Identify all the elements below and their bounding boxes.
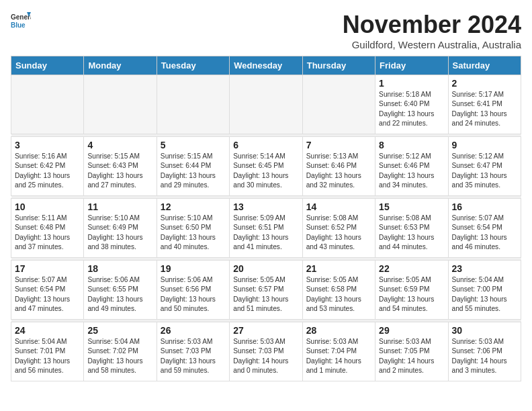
- day-detail: Sunrise: 5:10 AM Sunset: 6:50 PM Dayligh…: [161, 214, 226, 252]
- day-detail: Sunrise: 5:17 AM Sunset: 6:41 PM Dayligh…: [452, 90, 517, 128]
- calendar-cell: 9Sunrise: 5:12 AM Sunset: 6:47 PM Daylig…: [448, 137, 521, 196]
- logo: GeneralBlue: [11, 11, 31, 31]
- day-detail: Sunrise: 5:16 AM Sunset: 6:42 PM Dayligh…: [15, 152, 80, 190]
- calendar-cell: [302, 75, 375, 134]
- day-number: 7: [306, 140, 371, 150]
- calendar-cell: 10Sunrise: 5:11 AM Sunset: 6:48 PM Dayli…: [11, 199, 84, 258]
- svg-text:Blue: Blue: [11, 21, 26, 29]
- weekday-header-thursday: Thursday: [302, 56, 375, 75]
- calendar-cell: 17Sunrise: 5:07 AM Sunset: 6:54 PM Dayli…: [11, 261, 84, 320]
- calendar-cell: 16Sunrise: 5:07 AM Sunset: 6:54 PM Dayli…: [448, 199, 521, 258]
- calendar-cell: [11, 75, 84, 134]
- calendar-cell: 13Sunrise: 5:09 AM Sunset: 6:51 PM Dayli…: [230, 199, 302, 258]
- calendar-cell: 6Sunrise: 5:14 AM Sunset: 6:45 PM Daylig…: [230, 137, 302, 196]
- day-number: 11: [87, 201, 152, 212]
- calendar-cell: 28Sunrise: 5:03 AM Sunset: 7:04 PM Dayli…: [302, 322, 375, 381]
- day-detail: Sunrise: 5:15 AM Sunset: 6:44 PM Dayligh…: [161, 152, 226, 190]
- calendar: SundayMondayTuesdayWednesdayThursdayFrid…: [11, 56, 521, 381]
- day-number: 27: [233, 325, 298, 336]
- calendar-cell: 22Sunrise: 5:05 AM Sunset: 6:59 PM Dayli…: [375, 261, 448, 320]
- calendar-cell: [84, 75, 157, 134]
- logo-icon: GeneralBlue: [11, 11, 31, 31]
- calendar-cell: 15Sunrise: 5:08 AM Sunset: 6:53 PM Dayli…: [375, 199, 448, 258]
- day-number: 30: [452, 325, 517, 336]
- day-detail: Sunrise: 5:08 AM Sunset: 6:52 PM Dayligh…: [306, 214, 371, 252]
- weekday-header-tuesday: Tuesday: [157, 56, 229, 75]
- day-number: 28: [306, 325, 371, 336]
- title-section: November 2024 Guildford, Western Austral…: [343, 11, 521, 50]
- calendar-cell: 26Sunrise: 5:03 AM Sunset: 7:03 PM Dayli…: [157, 322, 229, 381]
- day-number: 18: [87, 263, 152, 274]
- day-number: 6: [233, 140, 298, 150]
- day-detail: Sunrise: 5:13 AM Sunset: 6:46 PM Dayligh…: [306, 152, 371, 190]
- weekday-header-row: SundayMondayTuesdayWednesdayThursdayFrid…: [11, 56, 521, 75]
- calendar-cell: 19Sunrise: 5:06 AM Sunset: 6:56 PM Dayli…: [157, 261, 229, 320]
- day-detail: Sunrise: 5:03 AM Sunset: 7:06 PM Dayligh…: [452, 337, 517, 375]
- calendar-week-row: 10Sunrise: 5:11 AM Sunset: 6:48 PM Dayli…: [11, 199, 521, 258]
- calendar-week-row: 17Sunrise: 5:07 AM Sunset: 6:54 PM Dayli…: [11, 261, 521, 320]
- day-number: 23: [452, 263, 517, 274]
- day-detail: Sunrise: 5:04 AM Sunset: 7:00 PM Dayligh…: [452, 275, 517, 314]
- day-number: 21: [306, 263, 371, 274]
- calendar-week-row: 24Sunrise: 5:04 AM Sunset: 7:01 PM Dayli…: [11, 322, 521, 381]
- day-number: 5: [161, 140, 226, 150]
- day-number: 10: [15, 201, 80, 212]
- day-number: 24: [15, 325, 80, 336]
- calendar-cell: 1Sunrise: 5:18 AM Sunset: 6:40 PM Daylig…: [375, 75, 448, 134]
- calendar-cell: 30Sunrise: 5:03 AM Sunset: 7:06 PM Dayli…: [448, 322, 521, 381]
- month-title: November 2024: [343, 11, 521, 39]
- day-number: 16: [452, 201, 517, 212]
- day-detail: Sunrise: 5:08 AM Sunset: 6:53 PM Dayligh…: [379, 214, 444, 252]
- weekday-header-monday: Monday: [84, 56, 157, 75]
- day-number: 20: [233, 263, 298, 274]
- day-detail: Sunrise: 5:03 AM Sunset: 7:05 PM Dayligh…: [379, 337, 444, 375]
- day-number: 26: [161, 325, 226, 336]
- calendar-cell: 23Sunrise: 5:04 AM Sunset: 7:00 PM Dayli…: [448, 261, 521, 320]
- day-number: 3: [15, 140, 80, 150]
- day-number: 13: [233, 201, 298, 212]
- page-header: GeneralBlue November 2024 Guildford, Wes…: [11, 11, 521, 50]
- day-number: 1: [379, 78, 444, 89]
- day-detail: Sunrise: 5:06 AM Sunset: 6:55 PM Dayligh…: [87, 275, 152, 314]
- day-detail: Sunrise: 5:03 AM Sunset: 7:03 PM Dayligh…: [161, 337, 226, 375]
- day-number: 12: [161, 201, 226, 212]
- day-detail: Sunrise: 5:14 AM Sunset: 6:45 PM Dayligh…: [233, 152, 298, 190]
- day-number: 15: [379, 201, 444, 212]
- calendar-cell: 2Sunrise: 5:17 AM Sunset: 6:41 PM Daylig…: [448, 75, 521, 134]
- day-detail: Sunrise: 5:05 AM Sunset: 6:57 PM Dayligh…: [233, 275, 298, 314]
- day-detail: Sunrise: 5:15 AM Sunset: 6:43 PM Dayligh…: [87, 152, 152, 190]
- calendar-cell: 29Sunrise: 5:03 AM Sunset: 7:05 PM Dayli…: [375, 322, 448, 381]
- calendar-cell: [230, 75, 302, 134]
- calendar-cell: [157, 75, 229, 134]
- weekday-header-friday: Friday: [375, 56, 448, 75]
- day-detail: Sunrise: 5:04 AM Sunset: 7:01 PM Dayligh…: [15, 337, 80, 375]
- calendar-week-row: 3Sunrise: 5:16 AM Sunset: 6:42 PM Daylig…: [11, 137, 521, 196]
- day-number: 9: [452, 140, 517, 150]
- day-number: 19: [161, 263, 226, 274]
- calendar-cell: 8Sunrise: 5:12 AM Sunset: 6:46 PM Daylig…: [375, 137, 448, 196]
- weekday-header-saturday: Saturday: [448, 56, 521, 75]
- day-detail: Sunrise: 5:12 AM Sunset: 6:47 PM Dayligh…: [452, 152, 517, 190]
- day-number: 14: [306, 201, 371, 212]
- weekday-header-wednesday: Wednesday: [230, 56, 302, 75]
- day-number: 22: [379, 263, 444, 274]
- calendar-cell: 12Sunrise: 5:10 AM Sunset: 6:50 PM Dayli…: [157, 199, 229, 258]
- calendar-cell: 18Sunrise: 5:06 AM Sunset: 6:55 PM Dayli…: [84, 261, 157, 320]
- day-number: 8: [379, 140, 444, 150]
- day-detail: Sunrise: 5:06 AM Sunset: 6:56 PM Dayligh…: [161, 275, 226, 314]
- calendar-cell: 7Sunrise: 5:13 AM Sunset: 6:46 PM Daylig…: [302, 137, 375, 196]
- calendar-cell: 25Sunrise: 5:04 AM Sunset: 7:02 PM Dayli…: [84, 322, 157, 381]
- day-detail: Sunrise: 5:05 AM Sunset: 6:58 PM Dayligh…: [306, 275, 371, 314]
- day-detail: Sunrise: 5:11 AM Sunset: 6:48 PM Dayligh…: [15, 214, 80, 252]
- day-detail: Sunrise: 5:04 AM Sunset: 7:02 PM Dayligh…: [87, 337, 152, 375]
- calendar-cell: 4Sunrise: 5:15 AM Sunset: 6:43 PM Daylig…: [84, 137, 157, 196]
- calendar-cell: 24Sunrise: 5:04 AM Sunset: 7:01 PM Dayli…: [11, 322, 84, 381]
- day-detail: Sunrise: 5:07 AM Sunset: 6:54 PM Dayligh…: [15, 275, 80, 314]
- day-number: 25: [87, 325, 152, 336]
- day-number: 17: [15, 263, 80, 274]
- day-detail: Sunrise: 5:09 AM Sunset: 6:51 PM Dayligh…: [233, 214, 298, 252]
- day-detail: Sunrise: 5:07 AM Sunset: 6:54 PM Dayligh…: [452, 214, 517, 252]
- day-detail: Sunrise: 5:10 AM Sunset: 6:49 PM Dayligh…: [87, 214, 152, 252]
- calendar-cell: 11Sunrise: 5:10 AM Sunset: 6:49 PM Dayli…: [84, 199, 157, 258]
- calendar-cell: 20Sunrise: 5:05 AM Sunset: 6:57 PM Dayli…: [230, 261, 302, 320]
